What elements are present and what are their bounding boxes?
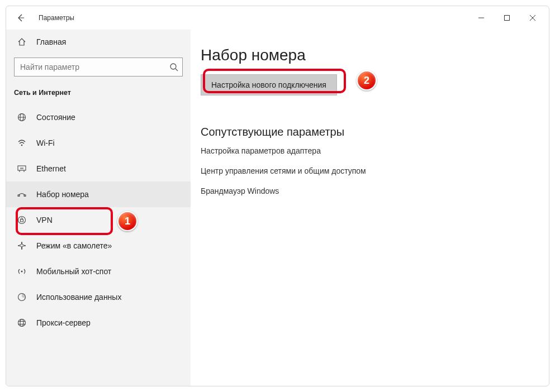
sidebar: Главная Сеть и Интернет СостояниеWi-FiEt… bbox=[6, 30, 191, 386]
svg-point-4 bbox=[170, 64, 176, 69]
svg-point-20 bbox=[21, 271, 23, 273]
maximize-icon bbox=[504, 15, 510, 21]
sidebar-item-label: Режим «в самолете» bbox=[36, 241, 112, 250]
sidebar-item-label: Использование данных bbox=[36, 293, 121, 302]
sidebar-item-datausage[interactable]: Использование данных bbox=[6, 284, 191, 310]
sidebar-item-label: Состояние bbox=[36, 113, 75, 122]
related-link-adapter[interactable]: Настройка параметров адаптера bbox=[201, 146, 539, 155]
search-input[interactable] bbox=[14, 58, 183, 77]
minimize-button[interactable] bbox=[468, 9, 494, 27]
related-link-network-center[interactable]: Центр управления сетями и общим доступом bbox=[201, 166, 539, 175]
sidebar-item-proxy[interactable]: Прокси-сервер bbox=[6, 310, 191, 336]
sidebar-home[interactable]: Главная bbox=[6, 30, 191, 54]
sidebar-item-wifi[interactable]: Wi-Fi bbox=[6, 130, 191, 156]
sidebar-item-label: Мобильный хот-спот bbox=[36, 267, 111, 276]
new-connection-button[interactable]: Настройка нового подключения bbox=[201, 74, 337, 95]
svg-rect-1 bbox=[505, 16, 510, 21]
svg-rect-19 bbox=[21, 219, 23, 222]
related-link-firewall[interactable]: Брандмауэр Windows bbox=[201, 187, 539, 195]
related-settings-heading: Сопутствующие параметры bbox=[201, 126, 539, 138]
page-title: Набор номера bbox=[201, 46, 539, 64]
sidebar-section-label: Сеть и Интернет bbox=[6, 84, 191, 104]
close-button[interactable] bbox=[520, 9, 545, 27]
sidebar-item-label: VPN bbox=[36, 216, 53, 224]
sidebar-item-label: Ethernet bbox=[36, 164, 66, 173]
svg-point-18 bbox=[18, 217, 26, 224]
svg-point-22 bbox=[18, 319, 26, 327]
callout-badge-2: 2 bbox=[357, 70, 377, 90]
sidebar-item-label: Набор номера bbox=[36, 190, 89, 199]
callout-badge-1: 1 bbox=[117, 211, 137, 231]
sidebar-item-label: Wi-Fi bbox=[36, 138, 55, 147]
ethernet-icon bbox=[14, 164, 30, 173]
sidebar-item-airplane[interactable]: Режим «в самолете» bbox=[6, 233, 191, 259]
globe-icon bbox=[14, 113, 30, 122]
sidebar-item-globe[interactable]: Состояние bbox=[6, 104, 191, 130]
search-icon bbox=[169, 63, 178, 71]
sidebar-item-dialup[interactable]: Набор номера bbox=[6, 181, 191, 207]
sidebar-item-label: Прокси-сервер bbox=[36, 318, 91, 327]
window-title: Параметры bbox=[39, 14, 74, 22]
datausage-icon bbox=[14, 293, 30, 302]
airplane-icon bbox=[14, 241, 30, 250]
sidebar-home-label: Главная bbox=[36, 37, 66, 46]
sidebar-item-vpn[interactable]: VPN bbox=[6, 207, 191, 233]
wifi-icon bbox=[14, 138, 30, 147]
dialup-icon bbox=[14, 190, 30, 199]
sidebar-item-hotspot[interactable]: Мобильный хот-спот bbox=[6, 259, 191, 284]
svg-point-9 bbox=[21, 145, 23, 146]
vpn-icon bbox=[14, 216, 30, 224]
titlebar: Параметры bbox=[6, 6, 549, 30]
arrow-left-icon bbox=[16, 13, 25, 22]
sidebar-item-ethernet[interactable]: Ethernet bbox=[6, 156, 191, 181]
maximize-button[interactable] bbox=[494, 9, 520, 27]
svg-line-5 bbox=[175, 69, 178, 71]
proxy-icon bbox=[14, 318, 30, 327]
home-icon bbox=[14, 37, 30, 46]
back-button[interactable] bbox=[10, 7, 32, 29]
hotspot-icon bbox=[14, 267, 30, 276]
minimize-icon bbox=[478, 15, 484, 21]
close-icon bbox=[530, 15, 535, 21]
svg-point-23 bbox=[20, 319, 23, 327]
